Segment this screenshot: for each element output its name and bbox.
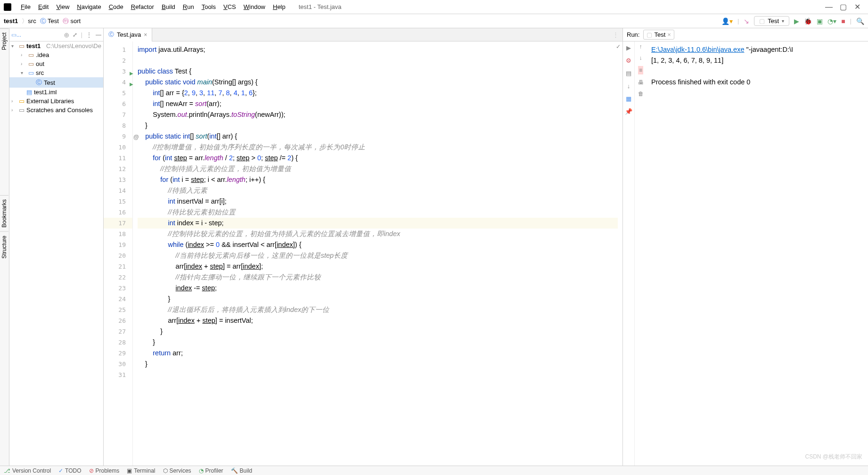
tree-more-icon[interactable]: ⋮ bbox=[86, 32, 92, 38]
left-tool-strip: Project Bookmarks Structure bbox=[0, 28, 9, 466]
close-tab-icon[interactable]: × bbox=[144, 32, 147, 38]
bottom-toolbar: ⎇Version Control ✓TODO ⊘Problems ▣Termin… bbox=[0, 466, 868, 475]
breadcrumb-src[interactable]: src bbox=[28, 17, 36, 25]
app-logo bbox=[4, 3, 11, 11]
menu-edit[interactable]: Edit bbox=[34, 0, 52, 14]
breadcrumb-project[interactable]: test1 bbox=[4, 17, 18, 25]
print-icon[interactable]: 🖶 bbox=[638, 79, 644, 86]
project-tree: ▭... ◎ ⤢ | ⋮ — ▾▭ test1 C:\Users\Lenovo\… bbox=[9, 28, 104, 466]
gutter: 123▶4▶56789@1011121314151617181920212223… bbox=[104, 41, 133, 466]
tree-idea[interactable]: ›▭.idea bbox=[9, 50, 103, 59]
tree-hide-icon[interactable]: — bbox=[96, 32, 101, 38]
menu-navigate[interactable]: Navigate bbox=[73, 0, 105, 14]
inspection-status-icon[interactable]: ✓ bbox=[616, 43, 621, 50]
run-toolbar-right: ↑ ↓ ≡ 🖶 🗑 bbox=[635, 41, 647, 466]
bb-version-control[interactable]: ⎇Version Control bbox=[4, 467, 51, 474]
breadcrumb-class[interactable]: Ⓒ Test bbox=[40, 17, 59, 25]
code-area[interactable]: import java.util.Arrays; public class Te… bbox=[133, 41, 622, 466]
bb-problems[interactable]: ⊘Problems bbox=[89, 467, 120, 474]
navigation-bar: test1 〉 src Ⓒ Test ⓜ sort 👤▾ | ↘ ▢ Test … bbox=[0, 14, 868, 28]
tree-expand-icon[interactable]: ⤢ bbox=[73, 32, 77, 38]
tree-root[interactable]: ▾▭ test1 C:\Users\Lenovo\De bbox=[9, 41, 103, 50]
menu-build[interactable]: Build bbox=[158, 0, 179, 14]
editor-more-icon[interactable]: ⋮ bbox=[609, 31, 622, 38]
rerun-icon[interactable]: ▶ bbox=[626, 44, 631, 51]
editor-tab-test[interactable]: Ⓒ Test.java × bbox=[104, 28, 152, 41]
run-config-selector[interactable]: ▢ Test ▾ bbox=[754, 16, 789, 26]
menubar: FileEditViewNavigateCodeRefactorBuildRun… bbox=[0, 0, 868, 14]
minimize-button[interactable]: — bbox=[822, 3, 836, 11]
tree-toolbar: ▭... ◎ ⤢ | ⋮ — bbox=[9, 28, 103, 41]
run-toolbar-left: ▶ ⚙ ▤ ↓ ▦ 📌 bbox=[623, 41, 635, 466]
editor-tabs: Ⓒ Test.java × ⋮ bbox=[104, 28, 622, 41]
menu-run[interactable]: Run bbox=[179, 0, 198, 14]
coverage-button[interactable]: ▣ bbox=[817, 17, 823, 25]
close-button[interactable]: ✕ bbox=[850, 2, 864, 11]
bb-services[interactable]: ⬡Services bbox=[163, 467, 191, 474]
clear-icon[interactable]: 🗑 bbox=[638, 90, 644, 97]
run-button[interactable]: ▶ bbox=[794, 17, 799, 25]
user-icon[interactable]: 👤▾ bbox=[721, 17, 733, 25]
run-settings-icon[interactable]: ⚙ bbox=[626, 57, 631, 64]
menu-file[interactable]: File bbox=[17, 0, 34, 14]
menu-refactor[interactable]: Refactor bbox=[127, 0, 158, 14]
dump-icon[interactable]: ↓ bbox=[627, 82, 631, 90]
down-icon[interactable]: ↓ bbox=[639, 55, 642, 61]
menu-window[interactable]: Window bbox=[240, 0, 269, 14]
up-icon[interactable]: ↑ bbox=[639, 43, 642, 50]
tree-out[interactable]: ›▭out bbox=[9, 59, 103, 68]
output-array: [1, 2, 3, 4, 6, 7, 8, 9, 11] bbox=[651, 55, 863, 66]
hammer-icon[interactable]: ↘ bbox=[744, 17, 749, 25]
layout-icon[interactable]: ▦ bbox=[626, 95, 631, 102]
menu-vcs[interactable]: VCS bbox=[220, 0, 240, 14]
menu-tools[interactable]: Tools bbox=[198, 0, 220, 14]
pin-icon[interactable]: 📌 bbox=[625, 108, 632, 115]
tree-target-icon[interactable]: ◎ bbox=[64, 32, 69, 38]
tree-test-class[interactable]: ⒸTest bbox=[9, 77, 103, 88]
bb-build[interactable]: 🔨Build bbox=[231, 467, 253, 474]
window-title: test1 - Test.java bbox=[299, 3, 342, 10]
run-tab-test[interactable]: ▢ Test × bbox=[643, 30, 674, 40]
bb-terminal[interactable]: ▣Terminal bbox=[127, 467, 155, 474]
java-exe-link[interactable]: E:\Java\jdk-11.0.6\bin\java.exe bbox=[651, 46, 744, 53]
tree-folder-icon[interactable]: ▭... bbox=[11, 32, 21, 38]
tree-scratches[interactable]: ›▭Scratches and Consoles bbox=[9, 106, 103, 115]
search-icon[interactable]: 🔍 bbox=[856, 17, 864, 25]
profile-button[interactable]: ◔▾ bbox=[827, 17, 836, 25]
run-label: Run: bbox=[627, 31, 639, 38]
menu-help[interactable]: Help bbox=[269, 0, 289, 14]
tree-external-libraries[interactable]: ›▭External Libraries bbox=[9, 97, 103, 106]
wrap-icon[interactable]: ≡ bbox=[638, 66, 643, 74]
tree-iml[interactable]: ▤test1.iml bbox=[9, 88, 103, 97]
project-tool-tab[interactable]: Project bbox=[0, 28, 8, 54]
editor-panel: Ⓒ Test.java × ⋮ 123▶4▶56789@101112131415… bbox=[104, 28, 623, 466]
stop-icon[interactable]: ▤ bbox=[626, 70, 631, 77]
bb-todo[interactable]: ✓TODO bbox=[58, 467, 81, 474]
menu-code[interactable]: Code bbox=[105, 0, 127, 14]
close-run-tab-icon[interactable]: × bbox=[667, 31, 671, 38]
debug-button[interactable]: 🐞 bbox=[804, 17, 812, 25]
structure-tool-tab[interactable]: Structure bbox=[0, 231, 8, 262]
maximize-button[interactable]: ▢ bbox=[836, 2, 850, 11]
stop-button[interactable]: ■ bbox=[841, 17, 845, 25]
run-panel: Run: ▢ Test × ▶ ⚙ ▤ ↓ ▦ 📌 ↑ ↓ ≡ 🖶 🗑 bbox=[623, 28, 868, 466]
exit-message: Process finished with exit code 0 bbox=[651, 77, 863, 88]
run-output[interactable]: E:\Java\jdk-11.0.6\bin\java.exe "-javaag… bbox=[647, 41, 868, 466]
menu-view[interactable]: View bbox=[52, 0, 73, 14]
class-icon: Ⓒ bbox=[108, 31, 114, 39]
bb-profiler[interactable]: ◔Profiler bbox=[199, 467, 223, 474]
watermark: CSDN @栈老师不回家 bbox=[805, 453, 862, 461]
tree-src[interactable]: ▾▭src bbox=[9, 68, 103, 77]
breadcrumb-method[interactable]: ⓜ sort bbox=[63, 17, 81, 25]
bookmarks-tool-tab[interactable]: Bookmarks bbox=[0, 195, 8, 231]
